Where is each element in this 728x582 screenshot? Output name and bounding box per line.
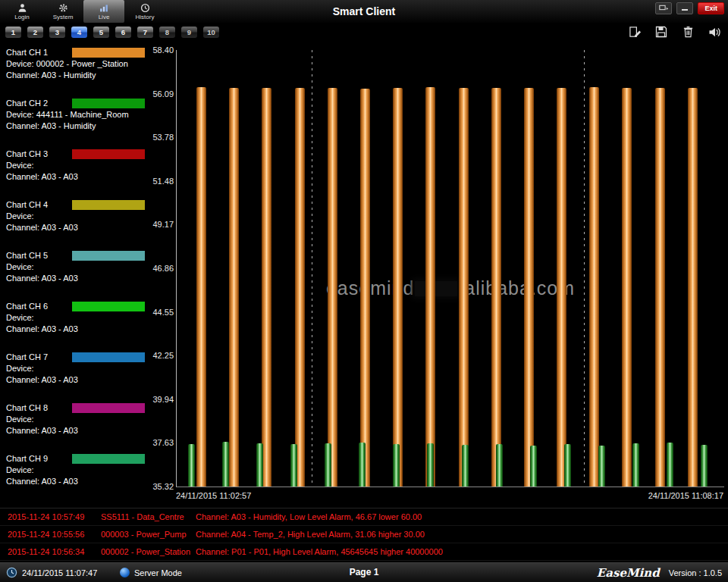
nav-history[interactable]: History xyxy=(124,0,165,23)
tab-7[interactable]: 7 xyxy=(137,27,153,38)
switch-display-button[interactable] xyxy=(655,2,672,14)
main-area: Chart CH 1Device: 000002 - Power _Statio… xyxy=(0,42,728,508)
channel-item[interactable]: Chart CH 2Device: 444111 - Machine_RoomC… xyxy=(6,98,149,132)
channel-device: Device: xyxy=(6,465,149,476)
channel-item[interactable]: Chart CH 9Device:Channel: A03 - A03 xyxy=(6,453,149,487)
green-bar xyxy=(393,444,400,487)
channel-color-swatch xyxy=(72,302,145,311)
tabbar: 12345678910 xyxy=(0,23,728,42)
y-tick-label: 53.78 xyxy=(152,133,174,142)
login-icon xyxy=(17,3,27,13)
channel-item[interactable]: Chart CH 7Device:Channel: A03 - A03 xyxy=(6,352,149,386)
channel-item[interactable]: Chart CH 5Device:Channel: A03 - A03 xyxy=(6,250,149,284)
channel-item[interactable]: Chart CH 3Device:Channel: A03 - A03 xyxy=(6,149,149,183)
nav-login[interactable]: Login xyxy=(2,0,42,23)
channel-device: Device: xyxy=(6,211,149,222)
channel-item[interactable]: Chart CH 1Device: 000002 - Power _Statio… xyxy=(6,47,149,81)
channel-color-swatch xyxy=(72,352,145,362)
tab-strip: 12345678910 xyxy=(5,27,219,38)
alarm-device: SS5111 - Data_Centre xyxy=(101,508,193,525)
green-bar xyxy=(359,443,366,487)
alarm-time: 2015-11-24 10:55:56 xyxy=(8,526,99,543)
channel-device: Device: xyxy=(6,160,149,171)
tab-8[interactable]: 8 xyxy=(159,27,175,38)
tab-4[interactable]: 4 xyxy=(71,27,87,38)
delete-button[interactable] xyxy=(679,24,697,39)
alarm-row[interactable]: 2015-11-24 10:56:34000002 - Power_Statio… xyxy=(0,543,728,561)
switch-display-icon xyxy=(659,5,669,12)
server-mode-label: Server Mode xyxy=(134,568,182,577)
nav-live[interactable]: Live xyxy=(83,0,124,23)
alarm-message: Channel: P01 - P01, High Level Alarm, 45… xyxy=(196,543,725,560)
channel-list: Chart CH 1Device: 000002 - Power _Statio… xyxy=(6,47,149,504)
channel-item[interactable]: Chart CH 4Device:Channel: A03 - A03 xyxy=(6,199,149,233)
save-button[interactable] xyxy=(652,24,670,39)
y-tick-label: 35.32 xyxy=(152,482,174,491)
series-green xyxy=(177,50,724,487)
nav-system[interactable]: System xyxy=(42,0,83,23)
brand-logo: EaseMind xyxy=(597,566,660,580)
y-axis: 58.4056.0953.7851.4849.1746.8644.5542.25… xyxy=(149,50,174,487)
green-bar xyxy=(256,443,263,487)
green-bar xyxy=(325,443,331,487)
y-tick-label: 58.40 xyxy=(152,45,174,55)
alarm-list: 2015-11-24 10:57:49SS5111 - Data_CentreC… xyxy=(0,508,728,562)
green-bar xyxy=(462,445,469,487)
history-icon xyxy=(140,3,150,13)
green-bar xyxy=(290,444,297,487)
y-tick-label: 44.55 xyxy=(152,308,174,317)
alarm-row[interactable]: 2015-11-24 10:55:56000003 - Power_PumpCh… xyxy=(0,526,728,543)
audio-button[interactable] xyxy=(705,24,723,39)
window-controls: Exit xyxy=(655,2,724,14)
server-mode-icon xyxy=(120,568,130,577)
smart-client-window: Login System Live History Smart Client E… xyxy=(0,0,728,582)
channel-channel: Channel: A03 - A03 xyxy=(6,273,149,284)
toolbar xyxy=(626,24,723,39)
alarm-row[interactable]: 2015-11-24 10:57:49SS5111 - Data_CentreC… xyxy=(0,508,728,526)
green-bar xyxy=(667,443,673,487)
edit-button[interactable] xyxy=(626,24,644,39)
channel-channel: Channel: A03 - A03 xyxy=(6,476,149,487)
green-bar xyxy=(530,446,537,487)
y-tick-label: 51.48 xyxy=(152,177,174,186)
channel-device: Device: 444111 - Machine_Room xyxy=(6,109,149,120)
channel-color-swatch xyxy=(72,200,145,210)
tab-10[interactable]: 10 xyxy=(203,27,219,38)
green-bar xyxy=(222,442,229,487)
statusbar: 24/11/2015 11:07:47 Server Mode Page 1 E… xyxy=(0,562,728,582)
channel-device: Device: xyxy=(6,261,149,273)
green-bar xyxy=(564,444,571,487)
live-icon xyxy=(99,3,109,13)
x-start-label: 24/11/2015 11:02:57 xyxy=(176,491,251,500)
tab-5[interactable]: 5 xyxy=(93,27,109,38)
minimize-button[interactable] xyxy=(676,2,693,14)
alarm-time: 2015-11-24 10:57:49 xyxy=(8,508,99,525)
channel-device: Device: xyxy=(6,414,149,425)
y-tick-label: 39.94 xyxy=(152,395,174,404)
main-nav: Login System Live History xyxy=(2,0,165,23)
tab-6[interactable]: 6 xyxy=(115,27,131,38)
channel-item[interactable]: Chart CH 8Device:Channel: A03 - A03 xyxy=(6,402,149,436)
tab-9[interactable]: 9 xyxy=(181,27,197,38)
green-bar xyxy=(427,443,434,487)
tab-3[interactable]: 3 xyxy=(49,27,65,38)
channel-channel: Channel: A03 - A03 xyxy=(6,374,149,386)
system-icon xyxy=(58,3,68,13)
green-bar xyxy=(188,444,195,487)
nav-history-label: History xyxy=(136,14,155,20)
titlebar: Login System Live History Smart Client E… xyxy=(0,0,728,23)
channel-color-swatch xyxy=(72,149,145,159)
tab-1[interactable]: 1 xyxy=(5,27,21,38)
channel-item[interactable]: Chart CH 6Device:Channel: A03 - A03 xyxy=(6,301,149,335)
save-icon xyxy=(655,26,667,38)
status-time: 24/11/2015 11:07:47 xyxy=(22,568,97,577)
tab-2[interactable]: 2 xyxy=(27,27,43,38)
alarm-device: 000003 - Power_Pump xyxy=(101,526,193,543)
exit-button[interactable]: Exit xyxy=(698,2,724,14)
edit-icon xyxy=(629,26,642,39)
nav-system-label: System xyxy=(53,14,74,20)
clock-icon xyxy=(6,567,17,578)
server-mode-group: Server Mode xyxy=(120,563,182,582)
alarm-message: Channel: A04 - Temp_2, High Level Alarm,… xyxy=(196,526,725,543)
channel-channel: Channel: A03 - A03 xyxy=(6,171,149,183)
